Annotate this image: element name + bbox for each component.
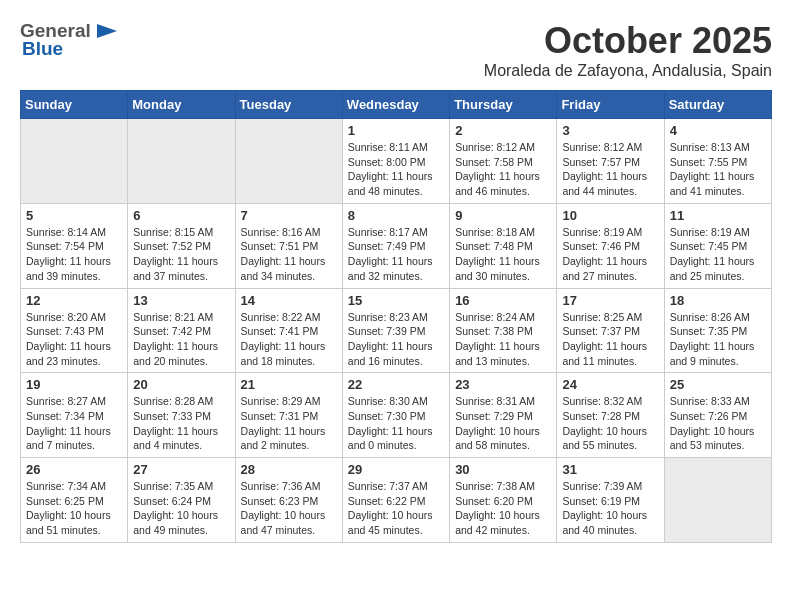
title-block: October 2025 Moraleda de Zafayona, Andal… bbox=[484, 20, 772, 80]
svg-marker-0 bbox=[97, 24, 117, 38]
day-info: Sunrise: 8:32 AM Sunset: 7:28 PM Dayligh… bbox=[562, 394, 658, 453]
page-header: General Blue October 2025 Moraleda de Za… bbox=[20, 20, 772, 80]
day-number: 11 bbox=[670, 208, 766, 223]
day-info: Sunrise: 8:19 AM Sunset: 7:46 PM Dayligh… bbox=[562, 225, 658, 284]
day-info: Sunrise: 8:24 AM Sunset: 7:38 PM Dayligh… bbox=[455, 310, 551, 369]
calendar-cell: 28Sunrise: 7:36 AM Sunset: 6:23 PM Dayli… bbox=[235, 458, 342, 543]
calendar-cell: 13Sunrise: 8:21 AM Sunset: 7:42 PM Dayli… bbox=[128, 288, 235, 373]
calendar-cell: 26Sunrise: 7:34 AM Sunset: 6:25 PM Dayli… bbox=[21, 458, 128, 543]
day-info: Sunrise: 8:23 AM Sunset: 7:39 PM Dayligh… bbox=[348, 310, 444, 369]
calendar-week-row: 1Sunrise: 8:11 AM Sunset: 8:00 PM Daylig… bbox=[21, 119, 772, 204]
calendar-table: SundayMondayTuesdayWednesdayThursdayFrid… bbox=[20, 90, 772, 543]
calendar-week-row: 12Sunrise: 8:20 AM Sunset: 7:43 PM Dayli… bbox=[21, 288, 772, 373]
day-info: Sunrise: 8:17 AM Sunset: 7:49 PM Dayligh… bbox=[348, 225, 444, 284]
day-number: 28 bbox=[241, 462, 337, 477]
calendar-cell: 27Sunrise: 7:35 AM Sunset: 6:24 PM Dayli… bbox=[128, 458, 235, 543]
day-info: Sunrise: 8:22 AM Sunset: 7:41 PM Dayligh… bbox=[241, 310, 337, 369]
day-number: 26 bbox=[26, 462, 122, 477]
day-number: 10 bbox=[562, 208, 658, 223]
day-number: 9 bbox=[455, 208, 551, 223]
calendar-cell: 30Sunrise: 7:38 AM Sunset: 6:20 PM Dayli… bbox=[450, 458, 557, 543]
day-number: 7 bbox=[241, 208, 337, 223]
weekday-header-friday: Friday bbox=[557, 91, 664, 119]
day-number: 18 bbox=[670, 293, 766, 308]
day-number: 15 bbox=[348, 293, 444, 308]
day-number: 2 bbox=[455, 123, 551, 138]
day-info: Sunrise: 8:27 AM Sunset: 7:34 PM Dayligh… bbox=[26, 394, 122, 453]
calendar-cell: 29Sunrise: 7:37 AM Sunset: 6:22 PM Dayli… bbox=[342, 458, 449, 543]
logo-arrow-icon bbox=[93, 22, 121, 40]
calendar-cell: 11Sunrise: 8:19 AM Sunset: 7:45 PM Dayli… bbox=[664, 203, 771, 288]
day-info: Sunrise: 7:36 AM Sunset: 6:23 PM Dayligh… bbox=[241, 479, 337, 538]
day-info: Sunrise: 8:15 AM Sunset: 7:52 PM Dayligh… bbox=[133, 225, 229, 284]
calendar-cell: 6Sunrise: 8:15 AM Sunset: 7:52 PM Daylig… bbox=[128, 203, 235, 288]
day-info: Sunrise: 7:38 AM Sunset: 6:20 PM Dayligh… bbox=[455, 479, 551, 538]
day-info: Sunrise: 8:29 AM Sunset: 7:31 PM Dayligh… bbox=[241, 394, 337, 453]
calendar-cell: 9Sunrise: 8:18 AM Sunset: 7:48 PM Daylig… bbox=[450, 203, 557, 288]
calendar-cell bbox=[235, 119, 342, 204]
calendar-cell: 24Sunrise: 8:32 AM Sunset: 7:28 PM Dayli… bbox=[557, 373, 664, 458]
day-number: 14 bbox=[241, 293, 337, 308]
calendar-week-row: 19Sunrise: 8:27 AM Sunset: 7:34 PM Dayli… bbox=[21, 373, 772, 458]
day-info: Sunrise: 8:21 AM Sunset: 7:42 PM Dayligh… bbox=[133, 310, 229, 369]
calendar-cell: 1Sunrise: 8:11 AM Sunset: 8:00 PM Daylig… bbox=[342, 119, 449, 204]
calendar-cell: 25Sunrise: 8:33 AM Sunset: 7:26 PM Dayli… bbox=[664, 373, 771, 458]
day-number: 20 bbox=[133, 377, 229, 392]
day-number: 21 bbox=[241, 377, 337, 392]
weekday-header-thursday: Thursday bbox=[450, 91, 557, 119]
calendar-cell: 18Sunrise: 8:26 AM Sunset: 7:35 PM Dayli… bbox=[664, 288, 771, 373]
day-info: Sunrise: 8:20 AM Sunset: 7:43 PM Dayligh… bbox=[26, 310, 122, 369]
day-number: 1 bbox=[348, 123, 444, 138]
day-info: Sunrise: 8:31 AM Sunset: 7:29 PM Dayligh… bbox=[455, 394, 551, 453]
calendar-cell: 4Sunrise: 8:13 AM Sunset: 7:55 PM Daylig… bbox=[664, 119, 771, 204]
calendar-cell: 12Sunrise: 8:20 AM Sunset: 7:43 PM Dayli… bbox=[21, 288, 128, 373]
day-info: Sunrise: 8:13 AM Sunset: 7:55 PM Dayligh… bbox=[670, 140, 766, 199]
calendar-cell bbox=[664, 458, 771, 543]
month-title: October 2025 bbox=[484, 20, 772, 62]
calendar-cell: 16Sunrise: 8:24 AM Sunset: 7:38 PM Dayli… bbox=[450, 288, 557, 373]
day-info: Sunrise: 8:11 AM Sunset: 8:00 PM Dayligh… bbox=[348, 140, 444, 199]
day-number: 5 bbox=[26, 208, 122, 223]
day-number: 27 bbox=[133, 462, 229, 477]
day-info: Sunrise: 8:18 AM Sunset: 7:48 PM Dayligh… bbox=[455, 225, 551, 284]
day-info: Sunrise: 7:39 AM Sunset: 6:19 PM Dayligh… bbox=[562, 479, 658, 538]
day-number: 31 bbox=[562, 462, 658, 477]
calendar-cell: 15Sunrise: 8:23 AM Sunset: 7:39 PM Dayli… bbox=[342, 288, 449, 373]
calendar-week-row: 26Sunrise: 7:34 AM Sunset: 6:25 PM Dayli… bbox=[21, 458, 772, 543]
day-number: 3 bbox=[562, 123, 658, 138]
day-info: Sunrise: 8:25 AM Sunset: 7:37 PM Dayligh… bbox=[562, 310, 658, 369]
calendar-cell: 19Sunrise: 8:27 AM Sunset: 7:34 PM Dayli… bbox=[21, 373, 128, 458]
calendar-cell: 7Sunrise: 8:16 AM Sunset: 7:51 PM Daylig… bbox=[235, 203, 342, 288]
day-info: Sunrise: 8:16 AM Sunset: 7:51 PM Dayligh… bbox=[241, 225, 337, 284]
day-info: Sunrise: 7:37 AM Sunset: 6:22 PM Dayligh… bbox=[348, 479, 444, 538]
calendar-cell: 10Sunrise: 8:19 AM Sunset: 7:46 PM Dayli… bbox=[557, 203, 664, 288]
day-info: Sunrise: 8:14 AM Sunset: 7:54 PM Dayligh… bbox=[26, 225, 122, 284]
day-number: 16 bbox=[455, 293, 551, 308]
day-number: 17 bbox=[562, 293, 658, 308]
day-info: Sunrise: 7:34 AM Sunset: 6:25 PM Dayligh… bbox=[26, 479, 122, 538]
weekday-header-sunday: Sunday bbox=[21, 91, 128, 119]
calendar-cell bbox=[21, 119, 128, 204]
day-info: Sunrise: 8:12 AM Sunset: 7:58 PM Dayligh… bbox=[455, 140, 551, 199]
day-number: 22 bbox=[348, 377, 444, 392]
calendar-cell: 8Sunrise: 8:17 AM Sunset: 7:49 PM Daylig… bbox=[342, 203, 449, 288]
day-info: Sunrise: 8:33 AM Sunset: 7:26 PM Dayligh… bbox=[670, 394, 766, 453]
calendar-cell: 22Sunrise: 8:30 AM Sunset: 7:30 PM Dayli… bbox=[342, 373, 449, 458]
weekday-header-monday: Monday bbox=[128, 91, 235, 119]
day-number: 24 bbox=[562, 377, 658, 392]
day-info: Sunrise: 8:30 AM Sunset: 7:30 PM Dayligh… bbox=[348, 394, 444, 453]
weekday-header-tuesday: Tuesday bbox=[235, 91, 342, 119]
weekday-header-wednesday: Wednesday bbox=[342, 91, 449, 119]
calendar-cell: 21Sunrise: 8:29 AM Sunset: 7:31 PM Dayli… bbox=[235, 373, 342, 458]
calendar-cell: 14Sunrise: 8:22 AM Sunset: 7:41 PM Dayli… bbox=[235, 288, 342, 373]
calendar-cell: 3Sunrise: 8:12 AM Sunset: 7:57 PM Daylig… bbox=[557, 119, 664, 204]
day-number: 6 bbox=[133, 208, 229, 223]
weekday-header-saturday: Saturday bbox=[664, 91, 771, 119]
day-number: 19 bbox=[26, 377, 122, 392]
day-info: Sunrise: 8:12 AM Sunset: 7:57 PM Dayligh… bbox=[562, 140, 658, 199]
day-info: Sunrise: 7:35 AM Sunset: 6:24 PM Dayligh… bbox=[133, 479, 229, 538]
subtitle: Moraleda de Zafayona, Andalusia, Spain bbox=[484, 62, 772, 80]
day-number: 4 bbox=[670, 123, 766, 138]
day-info: Sunrise: 8:28 AM Sunset: 7:33 PM Dayligh… bbox=[133, 394, 229, 453]
calendar-week-row: 5Sunrise: 8:14 AM Sunset: 7:54 PM Daylig… bbox=[21, 203, 772, 288]
